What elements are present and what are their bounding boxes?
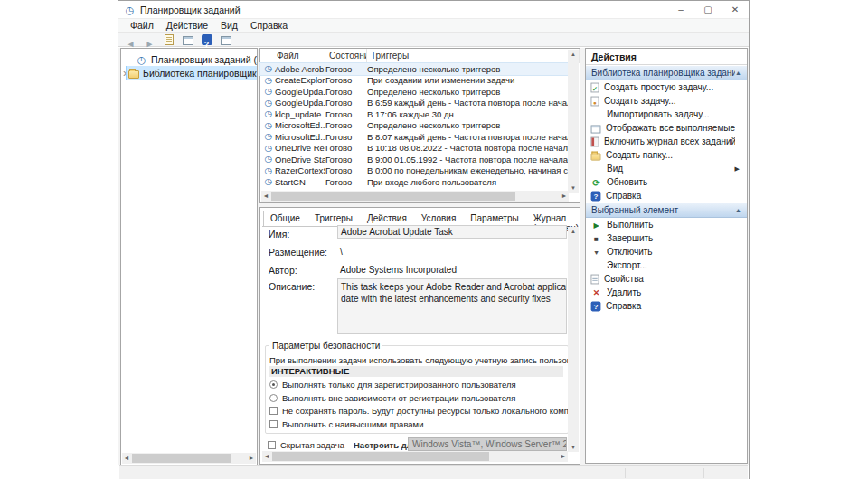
scroll-up-icon[interactable]: ▲ [568, 50, 579, 59]
action-menu-item[interactable]: Завершить ▶ [586, 231, 747, 245]
checkbox-icon[interactable] [268, 441, 276, 449]
toolbar-button[interactable] [161, 33, 176, 46]
details-tab[interactable]: Общие [263, 211, 307, 226]
table-row[interactable]: OneDrive Sta... Готово В 9:00 01.05.1992… [260, 154, 568, 165]
scroll-up-icon[interactable]: ▲ [568, 227, 579, 236]
details-tab[interactable]: Журнал (отключен) [526, 211, 586, 226]
tree-item-task-scheduler-library[interactable]: › Библиотека планировщика заданий [121, 66, 257, 80]
scroll-left-icon[interactable]: ◄ [122, 453, 131, 464]
table-row[interactable]: CreateExplor... Готово При создании или … [260, 75, 568, 87]
action-menu-item[interactable]: Создать папку... ▶ [586, 148, 747, 162]
description-field-value[interactable]: This task keeps your Adobe Reader and Ac… [337, 278, 567, 334]
details-tab[interactable]: Параметры [463, 211, 525, 226]
action-menu-item[interactable]: Обновить ▶ [586, 175, 747, 189]
scrollbar-thumb[interactable] [132, 454, 231, 463]
table-row[interactable]: OneDrive Re... Готово В 10:18 08.08.2022… [260, 143, 568, 155]
maximize-button[interactable]: ▢ [694, 1, 722, 18]
details-horizontal-scrollbar[interactable]: ◄ ► [262, 451, 568, 462]
scroll-right-icon[interactable]: ► [560, 191, 569, 202]
column-header-status[interactable]: Состояние [326, 49, 367, 62]
actions-section-header-library[interactable]: Библиотека планировщика заданий ▲ [586, 65, 747, 80]
action-menu-item[interactable]: Создать задачу... ▶ [586, 94, 747, 108]
scroll-right-icon[interactable]: ► [559, 451, 568, 462]
action-menu-item[interactable]: Создать простую задачу... ▶ [586, 80, 747, 94]
action-menu-item[interactable]: Экспорт... ▶ [586, 258, 747, 272]
action-menu-item[interactable]: Свойства ▶ [586, 272, 747, 286]
radio-option[interactable]: Выполнять вне зависимости от регистрации… [269, 393, 578, 403]
table-row[interactable]: Adobe Acrob... Готово Определено несколь… [260, 63, 568, 75]
details-tab[interactable]: Действия [360, 211, 414, 226]
action-menu-item[interactable]: Справка ▶ [586, 189, 747, 202]
task-clock-icon [263, 132, 273, 141]
window-title: Планировщик заданий [140, 5, 241, 15]
table-row[interactable]: GoogleUpda... Готово Определено нескольк… [260, 86, 568, 98]
menu-item[interactable]: Справка [244, 20, 294, 31]
details-vertical-scrollbar[interactable]: ▲ ▼ [568, 227, 579, 452]
action-menu-item[interactable]: Вид ▶ [586, 162, 747, 175]
menu-item[interactable]: Вид [214, 20, 244, 31]
name-field-value[interactable]: Adobe Acrobat Update Task [337, 225, 567, 239]
radio-option[interactable]: Выполнять только для зарегистрированного… [269, 380, 578, 390]
task-file-cell: CreateExplor... [260, 75, 326, 86]
details-tab[interactable]: Триггеры [307, 211, 360, 226]
task-name: OneDrive Sta... [275, 155, 326, 164]
action-menu-item[interactable]: Выполнить ▶ [586, 218, 747, 231]
details-tab[interactable]: Условия [414, 211, 464, 226]
tree-item-task-scheduler-root[interactable]: Планировщик заданий (Локальный) [121, 52, 257, 66]
scroll-down-icon[interactable]: ▼ [568, 443, 579, 452]
collapse-up-icon[interactable]: ▲ [735, 207, 741, 213]
tree-child-label: Библиотека планировщика заданий [143, 68, 257, 79]
table-row[interactable]: klcp_update Готово В 17:06 каждые 30 дн. [260, 108, 568, 120]
scroll-left-icon[interactable]: ◄ [262, 451, 271, 462]
minimize-button[interactable]: – [667, 1, 694, 18]
menu-item[interactable]: Файл [124, 20, 160, 31]
table-row[interactable]: GoogleUpda... Готово В 6:59 каждый день … [260, 98, 568, 109]
action-item-label: Создать простую задачу... [604, 82, 735, 92]
console-tree-icon [183, 36, 193, 45]
table-row[interactable]: StartCN Готово При входе любого пользова… [260, 176, 568, 188]
tree-horizontal-scrollbar[interactable]: ◄ ► [122, 453, 256, 464]
toolbar-button[interactable] [199, 33, 214, 46]
action-menu-item[interactable]: Включить журнал всех заданий ▶ [586, 135, 747, 148]
toolbar-button[interactable] [123, 33, 138, 46]
action-item-label: Создать задачу... [604, 96, 735, 106]
task-status-cell: Готово [326, 75, 367, 85]
back-icon [125, 34, 137, 45]
toolbar-button[interactable] [142, 33, 157, 46]
radio-button-icon[interactable] [269, 380, 278, 389]
configure-for-dropdown[interactable]: Windows Vista™, Windows Server™ 2008 [408, 437, 567, 451]
action-item-label: Импортировать задачу... [607, 109, 735, 119]
task-file-cell: Adobe Acrob... [260, 63, 326, 74]
toolbar-button[interactable] [180, 33, 195, 46]
close-button[interactable]: ✕ [722, 1, 749, 18]
toolbar-button[interactable] [218, 33, 233, 46]
checkbox-icon[interactable] [269, 407, 278, 415]
table-row[interactable]: MicrosoftEd... Готово Определено несколь… [260, 120, 568, 132]
menu-item[interactable]: Действие [160, 20, 214, 31]
scroll-down-icon[interactable]: ▼ [568, 183, 579, 193]
task-list-horizontal-scrollbar[interactable]: ◄ ► [261, 191, 569, 202]
checkbox-icon[interactable] [269, 420, 278, 428]
action-menu-item[interactable]: Импортировать задачу... ▶ [586, 108, 747, 121]
table-row[interactable]: MicrosoftEd... Готово В 8:07 каждый день… [260, 131, 568, 143]
task-list-vertical-scrollbar[interactable]: ▲ ▼ [568, 50, 579, 193]
table-row[interactable]: RazerCortexS... Готово В 0:00 по понедел… [260, 165, 568, 177]
task-name: MicrosoftEd... [275, 120, 326, 130]
scroll-left-icon[interactable]: ◄ [261, 191, 270, 202]
hidden-task-checkbox[interactable]: Скрытая задача [268, 440, 367, 450]
radio-button-icon[interactable] [269, 394, 278, 402]
scrollbar-thumb[interactable] [271, 192, 515, 201]
checkbox-option[interactable]: Выполнить с наивысшими правами [269, 419, 578, 429]
checkbox-option[interactable]: Не сохранять пароль. Будут доступны ресу… [269, 406, 578, 416]
action-menu-item[interactable]: Отображать все выполняемые задачи ▶ [586, 121, 747, 135]
actions-section-header-selected-item[interactable]: Выбранный элемент ▲ [586, 202, 747, 218]
column-header-triggers[interactable]: Триггеры [367, 49, 580, 62]
action-menu-item[interactable]: Справка ▶ [586, 299, 747, 313]
action-menu-item[interactable]: Отключить ▶ [586, 245, 747, 258]
scroll-right-icon[interactable]: ► [247, 453, 256, 464]
action-menu-item[interactable]: Удалить ▶ [586, 286, 747, 299]
collapse-up-icon[interactable]: ▲ [735, 70, 741, 76]
column-header-file[interactable]: Файл [260, 49, 326, 62]
scrollbar-thumb[interactable] [272, 452, 489, 461]
task-status-cell: Готово [326, 120, 367, 130]
